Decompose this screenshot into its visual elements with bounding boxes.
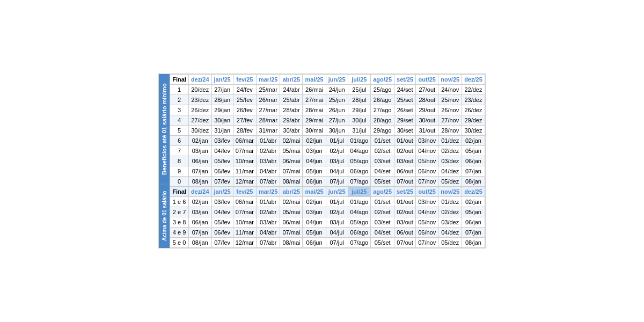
table-cell: 04/dez [438,166,462,177]
table-row: 530/dez31/jan28/fev31/mar30/abr30/mai30/… [170,126,485,136]
table-cell: 25/ago [371,85,394,95]
table-cell: 01/ago [348,136,371,146]
table-cell: 04/jun [303,217,326,228]
table-cell: 25/nov [438,95,462,105]
table-cell: 27/mar [256,105,280,115]
table-cell: 06/jan [188,156,211,166]
table-cell: 03/fev [211,136,233,146]
table-cell: 01/abr [256,197,280,207]
table-cell: 06/out [394,228,416,238]
month-header: mar/25 [256,75,280,85]
month-header-2: mai/25 [303,187,326,197]
table-cell: 30/set [394,126,416,136]
table-cell: 05/fev [211,156,233,166]
table-cell: 01/out [394,136,416,146]
table-cell: 04/fev [211,207,233,217]
table-cell: 07/mar [233,207,256,217]
table-cell: 26/nov [438,105,462,115]
schedule-table: Finaldez/24jan/25fev/25mar/25abr/25mai/2… [170,74,485,248]
table-cell: 28/jul [348,95,371,105]
table-cell: 27/dez [188,115,211,126]
table-cell: 07/ago [348,177,371,187]
table-cell: 29/mai [303,115,326,126]
table-row: 008/jan07/fev12/mar07/abr08/mai06/jun07/… [170,177,485,187]
section2-label: Acima de 01 salário [159,184,170,248]
table-cell: 07/jul [326,177,348,187]
table-cell: 27/out [416,85,438,95]
table-cell: 04/jul [326,166,348,177]
table-cell: 27/fev [233,115,256,126]
table-cell: 06/mar [233,197,256,207]
month-header: set/25 [394,75,416,85]
table-cell: 06/nov [416,228,438,238]
table-cell: 05/jan [462,207,485,217]
table-cell: 11/mar [233,228,256,238]
month-header: ago/25 [371,75,394,85]
month-header: abr/25 [280,75,303,85]
table-cell: 05/jun [303,228,326,238]
month-header: jul/25 [348,75,371,85]
table-cell: 07/out [394,238,416,248]
row-number: 4 [170,115,189,126]
table-cell: 10/mar [233,217,256,228]
table-cell: 02/jan [188,136,211,146]
table-cell: 05/fev [211,217,233,228]
table-cell: 01/dez [438,136,462,146]
table-cell: 01/abr [256,136,280,146]
table-cell: 04/jul [326,228,348,238]
table-cell: 07/out [394,177,416,187]
table-row: 120/dez27/jan24/fev25/mar24/abr26/mai24/… [170,85,485,95]
table-cell: 07/mar [233,146,256,156]
table-cell: 28/abr [280,105,303,115]
table-cell: 24/abr [280,85,303,95]
table-cell: 05/ago [348,217,371,228]
table-row: 602/jan03/fev06/mar01/abr02/mai02/jun01/… [170,136,485,146]
table-cell: 29/ago [371,126,394,136]
table-cell: 03/out [394,217,416,228]
table-cell: 03/jan [188,207,211,217]
table-cell: 27/mai [303,95,326,105]
table-cell: 07/nov [416,177,438,187]
table-cell: 30/abr [280,126,303,136]
table-cell: 28/fev [233,126,256,136]
table-cell: 05/nov [416,217,438,228]
table-cell: 03/set [371,156,394,166]
table-cell: 06/ago [348,166,371,177]
table-cell: 01/jul [326,197,348,207]
table-cell: 24/fev [233,85,256,95]
table-cell: 07/jan [462,166,485,177]
table-cell: 04/fev [211,146,233,156]
table-cell: 02/set [371,207,394,217]
table-cell: 03/jun [303,146,326,156]
table-cell: 29/jul [348,105,371,115]
table-cell: 30/jul [348,115,371,126]
table-cell: 01/set [371,197,394,207]
table-cell: 06/fev [211,166,233,177]
table-cell: 25/fev [233,95,256,105]
table-cell: 10/mar [233,156,256,166]
table-cell: 30/out [416,115,438,126]
table-cell: 30/mai [303,126,326,136]
table-cell: 05/set [371,177,394,187]
table-cell: 07/abr [256,177,280,187]
table-cell: 27/ago [371,105,394,115]
table-cell: 25/mar [256,85,280,95]
table-cell: 26/mai [303,85,326,95]
table-cell: 03/nov [416,197,438,207]
month-header: jun/25 [326,75,348,85]
month-header-2: fev/25 [233,187,256,197]
row-number: 2 e 7 [170,207,189,217]
table-cell: 02/dez [438,207,462,217]
table-row: 907/jan06/fev11/mar04/abr07/mai05/jun04/… [170,166,485,177]
table-cell: 08/jan [188,177,211,187]
table-row: 1 e 602/jan03/fev06/mar01/abr02/mai02/ju… [170,197,485,207]
table-cell: 25/jul [348,85,371,95]
table-cell: 29/jan [211,105,233,115]
row-number: 2 [170,95,189,105]
month-header: fev/25 [233,75,256,85]
table-cell: 29/abr [280,115,303,126]
table-cell: 04/set [371,166,394,177]
table-cell: 28/mai [303,105,326,115]
month-header: dez/24 [188,75,211,85]
table-cell: 12/mar [233,238,256,248]
